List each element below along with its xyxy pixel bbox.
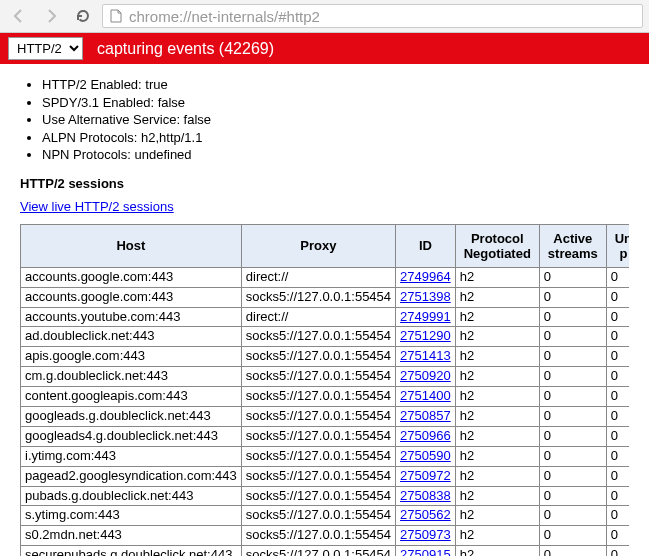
info-item: ALPN Protocols: h2,http/1.1 [42, 129, 629, 147]
reload-button[interactable] [70, 4, 96, 28]
cell-id: 2751290 [396, 327, 456, 347]
cell-protocol: h2 [455, 406, 539, 426]
back-button[interactable] [6, 4, 32, 28]
url-bar[interactable]: chrome://net-internals/#http2 [102, 4, 643, 28]
cell-proxy: socks5://127.0.0.1:55454 [241, 466, 395, 486]
cell-protocol: h2 [455, 426, 539, 446]
cell-active: 0 [539, 506, 606, 526]
sessions-table-wrap: HostProxyIDProtocolNegotiatedActivestrea… [20, 224, 629, 556]
category-select[interactable]: HTTP/2 [8, 37, 83, 60]
cell-proxy: socks5://127.0.0.1:55454 [241, 287, 395, 307]
browser-toolbar: chrome://net-internals/#http2 [0, 0, 649, 33]
cell-proxy: socks5://127.0.0.1:55454 [241, 387, 395, 407]
cell-host: pubads.g.doubleclick.net:443 [21, 486, 242, 506]
table-row: googleads4.g.doubleclick.net:443socks5:/… [21, 426, 630, 446]
session-id-link[interactable]: 2750972 [400, 468, 451, 483]
session-id-link[interactable]: 2750973 [400, 527, 451, 542]
cell-proxy: socks5://127.0.0.1:55454 [241, 367, 395, 387]
session-id-link[interactable]: 2750562 [400, 507, 451, 522]
cell-id: 2750562 [396, 506, 456, 526]
table-row: pagead2.googlesyndication.com:443socks5:… [21, 466, 630, 486]
page-icon [109, 9, 123, 23]
session-id-link[interactable]: 2750966 [400, 428, 451, 443]
cell-proxy: socks5://127.0.0.1:55454 [241, 406, 395, 426]
forward-button[interactable] [38, 4, 64, 28]
cell-host: i.ytimg.com:443 [21, 446, 242, 466]
cell-proxy: socks5://127.0.0.1:55454 [241, 446, 395, 466]
cell-proxy: socks5://127.0.0.1:55454 [241, 506, 395, 526]
table-row: s0.2mdn.net:443socks5://127.0.0.1:554542… [21, 526, 630, 546]
session-id-link[interactable]: 2750920 [400, 368, 451, 383]
session-id-link[interactable]: 2751413 [400, 348, 451, 363]
table-row: s.ytimg.com:443socks5://127.0.0.1:554542… [21, 506, 630, 526]
cell-active: 0 [539, 367, 606, 387]
cell-host: content.googleapis.com:443 [21, 387, 242, 407]
table-row: accounts.google.com:443direct://2749964h… [21, 267, 630, 287]
table-header: ProtocolNegotiated [455, 224, 539, 267]
table-header: Unp [606, 224, 629, 267]
session-id-link[interactable]: 2750915 [400, 547, 451, 556]
table-row: ad.doubleclick.net:443socks5://127.0.0.1… [21, 327, 630, 347]
cell-host: accounts.google.com:443 [21, 267, 242, 287]
cell-id: 2750972 [396, 466, 456, 486]
session-id-link[interactable]: 2751398 [400, 289, 451, 304]
cell-host: s0.2mdn.net:443 [21, 526, 242, 546]
cell-host: securepubads.g.doubleclick.net:443 [21, 546, 242, 556]
cell-id: 2749964 [396, 267, 456, 287]
cell-host: apis.google.com:443 [21, 347, 242, 367]
cell-proxy: direct:// [241, 307, 395, 327]
info-item: Use Alternative Service: false [42, 111, 629, 129]
session-id-link[interactable]: 2751290 [400, 328, 451, 343]
cell-protocol: h2 [455, 446, 539, 466]
cell-host: ad.doubleclick.net:443 [21, 327, 242, 347]
cell-protocol: h2 [455, 287, 539, 307]
table-row: content.googleapis.com:443socks5://127.0… [21, 387, 630, 407]
cell-un: 0 [606, 486, 629, 506]
cell-protocol: h2 [455, 546, 539, 556]
table-row: i.ytimg.com:443socks5://127.0.0.1:554542… [21, 446, 630, 466]
session-id-link[interactable]: 2750857 [400, 408, 451, 423]
session-id-link[interactable]: 2749991 [400, 309, 451, 324]
content: HTTP/2 Enabled: trueSPDY/3.1 Enabled: fa… [0, 64, 649, 556]
session-id-link[interactable]: 2749964 [400, 269, 451, 284]
cell-un: 0 [606, 526, 629, 546]
cell-active: 0 [539, 387, 606, 407]
cell-protocol: h2 [455, 466, 539, 486]
session-id-link[interactable]: 2751400 [400, 388, 451, 403]
cell-id: 2751398 [396, 287, 456, 307]
info-list: HTTP/2 Enabled: trueSPDY/3.1 Enabled: fa… [42, 76, 629, 164]
cell-un: 0 [606, 406, 629, 426]
info-item: NPN Protocols: undefined [42, 146, 629, 164]
table-header: Activestreams [539, 224, 606, 267]
cell-id: 2750920 [396, 367, 456, 387]
cell-id: 2750915 [396, 546, 456, 556]
cell-protocol: h2 [455, 267, 539, 287]
cell-host: accounts.google.com:443 [21, 287, 242, 307]
cell-active: 0 [539, 486, 606, 506]
session-id-link[interactable]: 2750590 [400, 448, 451, 463]
cell-un: 0 [606, 307, 629, 327]
cell-active: 0 [539, 426, 606, 446]
cell-un: 0 [606, 446, 629, 466]
cell-un: 0 [606, 466, 629, 486]
view-live-link[interactable]: View live HTTP/2 sessions [20, 199, 174, 214]
cell-host: accounts.youtube.com:443 [21, 307, 242, 327]
cell-protocol: h2 [455, 486, 539, 506]
table-row: securepubads.g.doubleclick.net:443socks5… [21, 546, 630, 556]
session-id-link[interactable]: 2750838 [400, 488, 451, 503]
url-text: chrome://net-internals/#http2 [129, 8, 320, 25]
cell-proxy: socks5://127.0.0.1:55454 [241, 347, 395, 367]
sessions-table: HostProxyIDProtocolNegotiatedActivestrea… [20, 224, 629, 556]
table-row: apis.google.com:443socks5://127.0.0.1:55… [21, 347, 630, 367]
cell-id: 2750857 [396, 406, 456, 426]
cell-protocol: h2 [455, 387, 539, 407]
cell-active: 0 [539, 347, 606, 367]
cell-active: 0 [539, 526, 606, 546]
cell-proxy: socks5://127.0.0.1:55454 [241, 327, 395, 347]
cell-active: 0 [539, 406, 606, 426]
sessions-heading: HTTP/2 sessions [20, 176, 629, 191]
cell-un: 0 [606, 506, 629, 526]
cell-id: 2751400 [396, 387, 456, 407]
cell-proxy: direct:// [241, 267, 395, 287]
cell-active: 0 [539, 267, 606, 287]
